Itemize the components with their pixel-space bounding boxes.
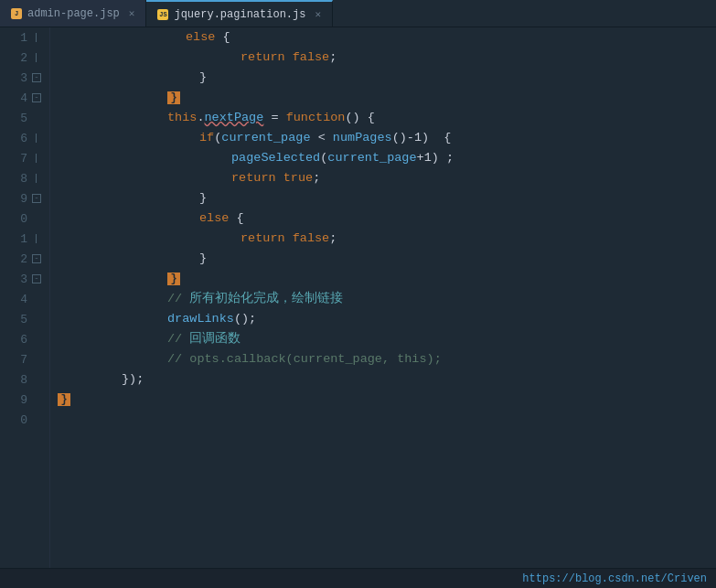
code-line-3: } [58,68,716,88]
gutter-row-9: 9 - [11,188,46,208]
gutter-row-15: 5 [11,309,46,329]
line-num-10: 0 [11,212,27,226]
bool-false-2: false [293,229,330,249]
var-current-page-1: current_page [221,128,310,148]
fold-17 [31,354,42,365]
jsp-icon: J [11,8,22,19]
gutter-row-14: 4 [11,289,46,309]
code-line-13: } [58,269,716,289]
gutter-row-2: 2 [11,48,46,68]
gutter-row-17: 7 [11,349,46,369]
keyword-function-1: function [286,108,346,128]
line-num-5: 5 [11,112,27,125]
code-line-4: } [58,88,716,108]
fold-16 [31,334,42,345]
line-num-16: 6 [11,333,27,347]
comment-opts: // opts.callback(current_page, this); [167,349,442,369]
fold-4[interactable]: - [31,92,42,103]
keyword-else-2: else [199,208,229,229]
gutter: 1 2 3 - 4 - 5 6 7 [0,27,50,568]
line-num-7: 7 [11,152,27,166]
fold-3[interactable]: - [31,72,42,83]
code-line-9: } [58,188,716,208]
line-num-4: 4 [11,91,27,105]
fold-9[interactable]: - [31,193,42,204]
code-line-14: // 所有初始化完成，绘制链接 [58,289,716,309]
line-num-1: 1 [11,31,27,45]
gutter-row-10: 0 [11,208,46,229]
line-num-14: 4 [11,293,27,306]
code-line-10: else { [58,208,716,229]
code-area[interactable]: else { return false; } } this.nextPage =… [50,27,716,568]
tab-js[interactable]: JS jquery.pagination.js ✕ [146,0,333,27]
fold-14 [31,294,42,305]
line-num-17: 7 [11,353,27,367]
gutter-row-12: 2 - [11,249,46,269]
tab-jsp-close[interactable]: ✕ [129,7,135,19]
fold-12[interactable]: - [31,253,42,264]
fold-7[interactable] [31,153,42,164]
tab-js-label: jquery.pagination.js [174,8,305,21]
tab-bar: J admin-page.jsp ✕ JS jquery.pagination.… [0,0,716,27]
code-line-5: this.nextPage = function() { [58,108,716,128]
bool-true: true [283,168,313,188]
code-line-1: else { [58,27,716,48]
status-bar: https://blog.csdn.net/Criven [0,568,716,588]
gutter-row-6: 6 [11,128,46,148]
code-line-8: return true; [58,168,716,188]
fold-20 [31,414,42,425]
gutter-row-1: 1 [11,27,46,48]
fn-numpages-1: numPages [333,128,392,148]
gutter-row-19: 9 [11,390,46,410]
fold-19 [31,394,42,405]
keyword-if-1: if [199,128,214,148]
rbrace-3: } [199,249,207,269]
fold-8[interactable] [31,173,42,184]
line-num-13: 3 [11,273,27,286]
gutter-row-8: 8 [11,168,46,188]
rbrace-2: } [199,188,207,208]
rbrace-1: } [199,68,207,88]
gutter-row-11: 1 [11,229,46,249]
fold-6[interactable] [31,133,42,144]
fold-13[interactable]: - [31,273,42,284]
comment-cn-2: 回调函数 [189,329,240,349]
fold-1[interactable] [31,32,42,43]
line-num-3: 3 [11,71,27,85]
fold-11[interactable] [31,233,42,244]
tab-jsp[interactable]: J admin-page.jsp ✕ [0,0,146,27]
gutter-row-4: 4 - [11,88,46,108]
keyword-return-1: return [240,48,285,68]
fold-10 [31,213,42,224]
line-num-15: 5 [11,313,27,326]
code-line-16: // 回调函数 [58,329,716,349]
gutter-row-20: 0 [11,410,46,430]
gutter-row-16: 6 [11,329,46,349]
gutter-row-7: 7 [11,148,46,168]
line-num-6: 6 [11,132,27,145]
keyword-return-2: return [231,168,276,188]
fold-5 [31,112,42,123]
comment-cn-1: 所有初始化完成，绘制链接 [189,289,343,309]
fold-end-3: } [58,393,70,406]
code-line-15: drawLinks(); [58,309,716,329]
bool-false-1: false [293,48,330,68]
code-line-6: if(current_page < numPages()-1) { [58,128,716,148]
gutter-row-5: 5 [11,108,46,128]
line-num-9: 9 [11,192,27,206]
tab-js-close[interactable]: ✕ [315,8,321,20]
js-icon: JS [157,9,168,20]
gutter-row-3: 3 - [11,68,46,88]
tab-jsp-label: admin-page.jsp [27,7,120,20]
code-line-12: } [58,249,716,269]
fold-end-1: } [167,91,180,104]
fn-pageselected: pageSelected [231,148,320,168]
fold-end-2: } [167,273,180,285]
keyword-else-1: else [186,27,215,48]
prop-nextpage: nextPage [205,108,264,128]
code-line-19: } [58,390,716,410]
fold-18 [31,374,42,385]
comment-slash-2: // [167,329,189,349]
fold-2[interactable] [31,52,42,63]
line-num-20: 0 [11,413,27,427]
